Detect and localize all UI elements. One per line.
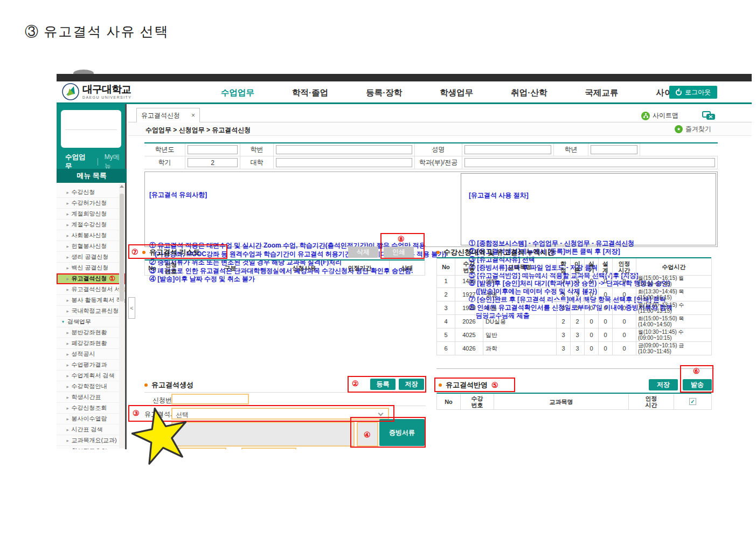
sidebar-menu-item[interactable]: ▶성적공시 [57,349,125,360]
logo-subtitle: DAEGU UNIVERSITY [82,95,131,99]
sidebar-menu-item[interactable]: ▶유고결석신청서 서식 [57,284,125,295]
nav-item[interactable]: 학적·졸업 [292,87,328,99]
applyno-input[interactable] [171,394,249,404]
sidebar-menu-item[interactable]: ▶생리 공결신청 [57,252,125,263]
sidebar-tabs: 수업업무 My메뉴 [57,153,125,171]
nav-item[interactable]: 등록·장학 [366,87,402,99]
sidebar-tab-divider [98,158,98,166]
course-time: 월(10:30~11:45) 수(09:00~10:15) [636,328,712,342]
sidebar-menu-item[interactable]: ▶교과목개요(교과) [57,435,125,446]
apply-title: 유고결석반영 [446,380,488,390]
sidebar-menu-item[interactable]: ▶분반강좌현황 [57,327,125,338]
nav-item[interactable]: 국제교류 [585,87,619,99]
major-input[interactable] [464,158,715,167]
sidebar-menu-item[interactable]: ▶백신 공결신청 [57,263,125,273]
sidebar-menu-item[interactable]: ▶수업평가결과 [57,360,125,371]
college-input[interactable] [276,158,412,167]
studentno-input[interactable] [276,145,412,154]
send-button[interactable]: 발송 [683,379,712,390]
menu-item-label: 폐강강좌현황 [71,339,107,347]
sidebar-menu-item[interactable]: ▶봉사이수열람 [57,414,125,424]
sidebar-item-absence-apply[interactable]: ▶ 유고결석신청 ① [57,273,125,284]
apply-save-button[interactable]: 저장 [649,379,678,390]
year-input[interactable] [188,145,238,154]
sidebar-section-search[interactable]: ▼ 검색업무 [57,317,125,327]
course-row: 4 2026 DU실용 2 2 0 0 0 화(15:00~15:50) 목(1… [436,315,711,328]
column-header: 수업시간 [636,258,712,276]
course-name: 아동 [483,301,557,315]
menu-item-label: 수강신청조회 [71,404,107,412]
logout-button[interactable]: 로그아웃 [669,86,717,99]
annotation-7: ⑦ [131,247,138,257]
sidebar-menu-item[interactable]: ▶취업직무추천 [57,446,125,449]
arrow-right-icon: ▶ [67,201,69,204]
sidebar-menu-item[interactable]: ▶학생시간표 [57,392,125,403]
sidebar-menu-item[interactable]: ▶수강허가신청 [57,198,125,209]
column-header: 신청 번호 [160,260,183,276]
arrow-right-icon: ▶ [67,234,69,237]
attachment-button[interactable]: 증빙서류 [379,419,425,446]
sidebar-user-card [61,110,121,148]
nav-item[interactable]: 취업·산학 [511,87,547,99]
menu-item-label: 봉사 활동계획서 작성 [71,296,125,304]
nav-item[interactable]: 학생업무 [440,87,473,99]
print-button[interactable]: 인쇄 [384,246,414,258]
menu-item-label: 국내학점교류신청 [71,307,119,315]
sidebar-menu-item[interactable]: ▶폐강강좌현황 [57,338,125,349]
course-code: 2026 [455,315,483,328]
sidebar-menu-item[interactable]: ▶수강신청 [57,187,125,198]
course-theory: 3 [571,275,585,288]
grade-input[interactable] [591,145,637,154]
tab-absence-apply[interactable]: 유고결석신청 × [136,108,200,122]
column-header: No [437,394,461,410]
column-header: No [145,260,160,276]
period-end-input[interactable] [241,448,296,449]
select-all-checkbox[interactable]: ✓ [689,398,696,405]
course-design: 0 [599,288,613,301]
scrollbar-thumb[interactable] [120,194,124,301]
sidebar-tab-work[interactable]: 수업업무 [65,153,91,171]
arrow-right-icon: ▶ [67,331,69,334]
sidebar-collapse-handle[interactable]: < [128,297,135,319]
sidebar-menu-item[interactable]: ▶시간표 검색 [57,424,125,435]
create-save-button[interactable]: 저장 [399,379,424,390]
sidebar-scrollbar[interactable] [119,184,124,448]
window-close-quick[interactable] [702,111,716,120]
sitemap-icon [641,112,650,120]
window-top-bar [57,74,752,81]
course-design: 0 [599,315,613,328]
reason-type-select[interactable]: 선택 [171,408,389,420]
sitemap-quick[interactable]: 사이트맵 [641,111,678,120]
notice-procedure: [유고결석 사용 절차] ① [종합정보시스템] - 수업업무 - 신청업무 -… [461,173,716,245]
university-logo: 대구대학교 DAEGU UNIVERSITY [62,83,131,100]
sidebar-menu-item[interactable]: ▶봉사 활동계획서 작성 [57,295,125,306]
apply-title-row: 유고결석반영 ⑤ [439,380,498,390]
scroll-up-icon[interactable] [120,185,124,188]
name-input[interactable] [464,145,551,154]
bullet-icon [142,251,145,254]
sidebar-tab-mymenu[interactable]: My메뉴 [105,153,125,171]
sidebar-menu-item[interactable]: ▶수강학점안내 [57,381,125,392]
sidebar-menu-item[interactable]: ▶계절희망신청 [57,209,125,220]
nav-item[interactable]: 수업업무 [221,87,254,99]
sidebar-menu-item[interactable]: ▶국내학점교류신청 [57,306,125,317]
delete-button[interactable]: 삭제 [348,246,378,258]
detail-reason-textarea[interactable] [171,422,355,447]
course-no: 6 [437,342,455,355]
semester-input[interactable]: 2 [188,158,238,167]
sidebar-menu-item[interactable]: ▶계절수강신청 [57,220,125,230]
courses-title-row: 수강신청내역 및 유고결석 누적시간 [436,248,554,257]
menu-item-label: 유고결석신청 [71,275,107,283]
tab-close-icon[interactable]: × [191,112,195,119]
course-name: 생태 [483,275,557,288]
chevron-down-icon: ▼ [61,320,65,324]
register-button[interactable]: 등록 [370,379,396,390]
sidebar-menu-item[interactable]: ▶수업계획서 검색 [57,371,125,381]
college-label: 대학 [240,156,274,169]
sidebar-menu-item[interactable]: ▶헌혈봉사신청 [57,241,125,252]
main-nav: 수업업무학적·졸업등록·장학학생업무취업·산학국제교류사이트맵 [221,87,690,99]
studentno-label: 학번 [240,143,274,156]
sidebar-menu-item[interactable]: ▶수강신청조회 [57,403,125,414]
sidebar-menu-item[interactable]: ▶사회봉사신청 [57,230,125,241]
favorite-button[interactable]: ★ 즐겨찾기 [675,125,711,134]
